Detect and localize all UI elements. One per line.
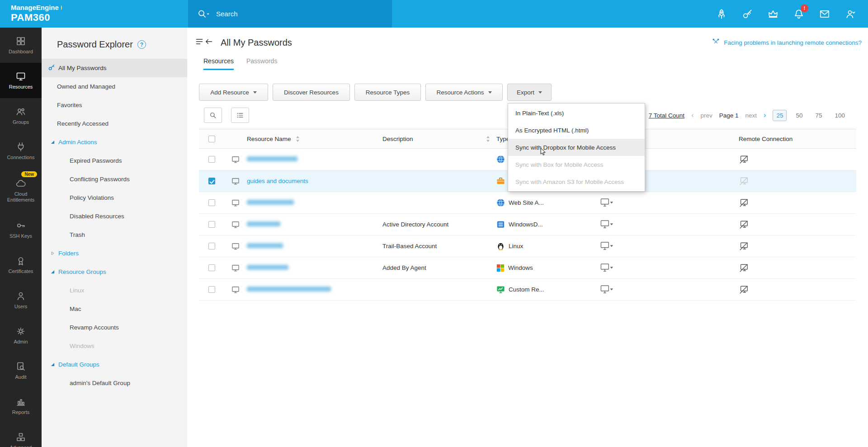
row-checkbox[interactable] [208,156,215,163]
explorer-item-windows[interactable]: Windows [42,337,187,355]
select-all-checkbox[interactable] [208,136,215,142]
explorer-item-default-groups[interactable]: Default Groups [42,355,187,374]
sidebar-item-users[interactable]: Users [0,282,42,318]
usercaret-icon[interactable] [844,8,856,20]
prev-chevron-icon[interactable]: ‹ [691,111,693,119]
explorer-item-linux[interactable]: Linux [42,281,187,300]
row-checkbox[interactable] [208,243,215,249]
remote-connection-icon[interactable] [632,220,856,230]
sidebar-item-audit[interactable]: Audit [0,353,42,388]
row-checkbox[interactable] [208,286,215,293]
explorer-item-folders[interactable]: Folders [42,244,187,263]
explorer-item-admin-actions[interactable]: Admin Actions [42,133,187,151]
sidebar-item-cloud-entitlements[interactable]: NewCloud Entitlements [0,169,42,212]
sidebar-item-certificates[interactable]: Certificates [0,247,42,282]
resource-types-button[interactable]: Resource Types [354,84,421,101]
sidebar-item-advanced[interactable]: Advanced [0,423,42,447]
explorer-item-favorites[interactable]: Favorites [42,96,187,114]
collapse-triangle-icon[interactable] [51,362,55,367]
resource-actions-button[interactable]: Resource Actions [425,84,503,101]
explorer-item-disabled-resources[interactable]: Disabled Resources [42,207,187,226]
groups-icon [15,106,26,117]
list-view-button[interactable] [231,108,249,123]
tools-icon [712,38,720,47]
help-icon[interactable]: ? [137,40,146,49]
bell-icon[interactable]: ! [793,8,805,20]
expand-triangle-icon[interactable] [51,251,55,255]
export-menu-item-sync-with-dropbox-for-mobile-access[interactable]: Sync with Dropbox for Mobile Access [508,139,645,156]
remote-connection-help-link[interactable]: Facing problems in launching remote conn… [712,38,862,47]
crown-icon[interactable] [767,8,779,20]
explorer-item-expired-passwords[interactable]: Expired Passwords [42,151,187,170]
row-checkbox[interactable] [208,199,215,206]
collapse-panel-button[interactable] [195,37,213,48]
sidebar-item-groups[interactable]: Groups [0,98,42,133]
page-size-50[interactable]: 50 [792,110,806,121]
mail-icon[interactable] [819,8,830,20]
search-scope-icon[interactable] [197,9,211,19]
explorer-item-owned-and-managed[interactable]: Owned and Managed [42,77,187,96]
prev-button[interactable]: prev [700,112,712,119]
explorer-item-resource-groups[interactable]: Resource Groups [42,263,187,281]
explorer-item-all-my-passwords[interactable]: All My Passwords [42,59,187,77]
table-row[interactable]: Trail-Based Account Linux [199,235,856,257]
brand-logo[interactable]: ManageEngine PAM360 [11,4,62,24]
table-row[interactable]: Active Directory Account WindowsD... [199,214,856,235]
table-row[interactable]: Added By Agent Windows [199,257,856,279]
sidebar-item-reports[interactable]: Reports [0,388,42,423]
table-row[interactable]: Custom Re... [199,279,856,301]
remote-connection-icon[interactable] [632,285,856,295]
global-search-input[interactable]: Search [188,0,392,28]
page-size-25[interactable]: 25 [773,110,787,121]
connection-dropdown-icon[interactable] [582,241,632,251]
row-checkbox[interactable] [208,221,215,228]
sort-icon[interactable] [296,136,300,142]
column-resource-name[interactable]: Resource Name [247,136,291,142]
sidebar-item-dashboard[interactable]: Dashboard [0,28,42,63]
remote-connection-icon[interactable] [632,155,856,165]
connection-dropdown-icon[interactable] [582,198,632,207]
collapse-triangle-icon[interactable] [51,270,55,274]
explorer-item-admin-s-default-group[interactable]: admin's Default Group [42,374,187,392]
rocket-icon[interactable] [716,8,727,20]
remote-connection-icon[interactable] [632,176,856,186]
row-checkbox[interactable] [208,264,215,271]
tab-resources[interactable]: Resources [203,57,234,70]
connection-dropdown-icon[interactable] [582,220,632,229]
search-filter-button[interactable] [204,108,222,123]
tab-passwords[interactable]: Passwords [246,57,277,70]
explorer-item-revamp-accounts[interactable]: Revamp Accounts [42,318,187,337]
sidebar-item-resources[interactable]: Resources [0,63,42,98]
discover-resources-button[interactable]: Discover Resources [273,84,350,101]
collapse-triangle-icon[interactable] [51,140,55,144]
explorer-item-recently-accessed[interactable]: Recently Accessed [42,114,187,133]
page-size-100[interactable]: 100 [831,110,849,121]
remote-connection-icon[interactable] [632,241,856,251]
next-button[interactable]: next [745,112,757,119]
export-button[interactable]: Export [507,84,552,101]
resource-name-link[interactable]: guides and documents [247,178,308,184]
remote-connection-icon[interactable] [632,263,856,273]
sidebar-item-label: Certificates [7,268,34,274]
page-size-75[interactable]: 75 [811,110,826,121]
export-menu-item-as-encrypted-html-html[interactable]: As Encrypted HTML (.html) [508,122,645,139]
sidebar-item-label: Cloud Entitlements [0,191,42,203]
row-checkbox[interactable] [208,178,215,184]
connection-dropdown-icon[interactable] [582,285,632,294]
remote-connection-icon[interactable] [632,198,856,208]
explorer-item-trash[interactable]: Trash [42,226,187,244]
connection-dropdown-icon[interactable] [582,263,632,273]
table-row[interactable]: Web Site A... [199,192,856,214]
sidebar-item-ssh-keys[interactable]: SSH Keys [0,212,42,247]
key-icon[interactable] [741,8,753,20]
next-chevron-icon[interactable]: › [764,111,766,119]
explorer-item-mac[interactable]: Mac [42,300,187,318]
explorer-item-policy-violations[interactable]: Policy Violations [42,188,187,207]
sort-icon[interactable] [486,136,490,142]
sidebar-item-admin[interactable]: Admin [0,318,42,353]
explorer-item-conflicting-passwords[interactable]: Conflicting Passwords [42,170,187,188]
total-count-link[interactable]: 7 Total Count [649,112,684,119]
add-resource-button[interactable]: Add Resource [199,84,268,101]
sidebar-item-connections[interactable]: Connections [0,133,42,169]
export-menu-item-in-plain-text-xls[interactable]: In Plain-Text (.xls) [508,104,645,122]
